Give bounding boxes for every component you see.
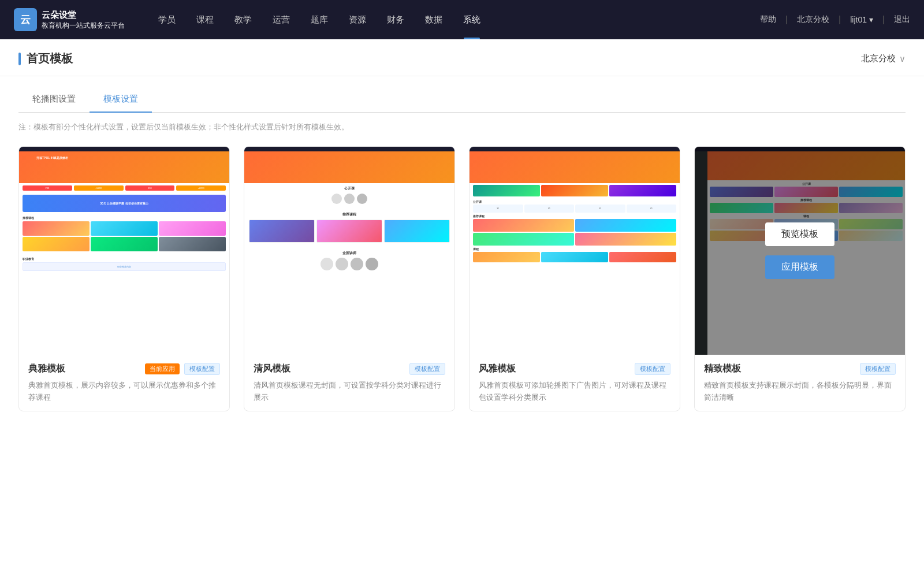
nav-item-teaching[interactable]: 教学 [224, 0, 262, 39]
branch-link[interactable]: 北京分校 [797, 14, 829, 25]
page-content: 首页模板 北京分校 ∨ 轮播图设置 模板设置 注：模板有部分个性化样式设置，设置… [0, 39, 924, 572]
preview-button-4[interactable]: 预览模板 [765, 222, 834, 246]
tab-carousel[interactable]: 轮播图设置 [18, 88, 90, 113]
tabs-container: 轮播图设置 模板设置 [0, 76, 924, 113]
template-preview-1: 托福TPO1-54真题及解析 ¥30 +¥200 ¥30 +¥200 30天 让… [19, 147, 229, 355]
note-text: 注：模板有部分个性化样式设置，设置后仅当前模板生效；非个性化样式设置后针对所有模… [0, 113, 924, 142]
page-header: 首页模板 北京分校 ∨ [0, 39, 924, 76]
nav-right: 帮助 | 北京分校 | lijt01 ▾ | 退出 [760, 14, 910, 25]
logo-sub: 教育机构一站式服务云平台 [42, 21, 125, 31]
tabs: 轮播图设置 模板设置 [18, 88, 906, 113]
nav-item-students[interactable]: 学员 [148, 0, 186, 39]
template-thumb-1[interactable]: 托福TPO1-54真题及解析 ¥30 +¥200 ¥30 +¥200 30天 让… [19, 147, 229, 355]
badge-config-4[interactable]: 模板配置 [860, 363, 896, 375]
logo-icon: 云 [14, 8, 37, 31]
page-title: 首页模板 [27, 51, 73, 66]
template-footer-4: 精致模板 模板配置 精致首页模板支持课程展示封面，各模板分隔明显，界面简洁清晰 [695, 355, 905, 411]
nav-item-data[interactable]: 数据 [415, 0, 453, 39]
template-card-1: 托福TPO1-54真题及解析 ¥30 +¥200 ¥30 +¥200 30天 让… [18, 146, 230, 411]
template-footer-1: 典雅模板 当前应用 模板配置 典雅首页模板，展示内容较多，可以展示优惠券和多个推… [19, 355, 229, 411]
template-name-4: 精致模板 [704, 363, 741, 375]
templates-grid: 托福TPO1-54真题及解析 ¥30 +¥200 ¥30 +¥200 30天 让… [0, 142, 924, 434]
template-desc-2: 清风首页模板课程无封面，可设置按学科分类对课程进行展示 [254, 380, 445, 404]
badge-config-1[interactable]: 模板配置 [184, 363, 220, 375]
nav-item-courses[interactable]: 课程 [186, 0, 224, 39]
template-name-2: 清风模板 [254, 363, 290, 375]
badge-config-2[interactable]: 模板配置 [409, 363, 445, 375]
user-menu[interactable]: lijt01 ▾ [850, 15, 873, 24]
template-card-2: 公开课 推荐课程 [244, 146, 455, 411]
template-name-row-3: 风雅模板 模板配置 [479, 363, 670, 375]
template-name-1: 典雅模板 [28, 363, 65, 375]
branch-selector[interactable]: 北京分校 ∨ [861, 53, 906, 64]
branch-name: 北京分校 [861, 53, 896, 64]
chevron-down-icon: ∨ [899, 54, 906, 64]
logo-main: 云朵设堂 [42, 9, 125, 21]
template-thumb-3[interactable]: 公开课 ¥0 ¥0 ¥0 ¥0 推荐课程 [470, 147, 680, 355]
template-footer-2: 清风模板 模板配置 清风首页模板课程无封面，可设置按学科分类对课程进行展示 [244, 355, 454, 411]
nav-item-questions[interactable]: 题库 [300, 0, 338, 39]
template-overlay-4: 预览模板 应用模板 [695, 147, 905, 355]
template-card-3: 公开课 ¥0 ¥0 ¥0 ¥0 推荐课程 [469, 146, 680, 411]
template-thumb-4[interactable]: 公开课 推荐课程 [695, 147, 905, 355]
template-name-row-4: 精致模板 模板配置 [704, 363, 896, 375]
logo: 云 云朵设堂 教育机构一站式服务云平台 [14, 8, 125, 31]
template-desc-3: 风雅首页模板可添加轮播图下广告图片，可对课程及课程包设置学科分类展示 [479, 380, 670, 404]
template-name-3: 风雅模板 [479, 363, 516, 375]
template-desc-1: 典雅首页模板，展示内容较多，可以展示优惠券和多个推荐课程 [28, 380, 220, 404]
logo-text: 云朵设堂 教育机构一站式服务云平台 [42, 9, 125, 31]
template-badges-1: 当前应用 模板配置 [145, 363, 220, 375]
template-badges-4: 模板配置 [860, 363, 896, 375]
template-desc-4: 精致首页模板支持课程展示封面，各模板分隔明显，界面简洁清晰 [704, 380, 896, 404]
template-badges-2: 模板配置 [409, 363, 445, 375]
nav-item-operations[interactable]: 运营 [262, 0, 300, 39]
badge-config-3[interactable]: 模板配置 [635, 363, 670, 375]
template-badges-3: 模板配置 [635, 363, 670, 375]
template-name-row-1: 典雅模板 当前应用 模板配置 [28, 363, 220, 375]
page-title-wrap: 首页模板 [18, 51, 73, 66]
title-bar-accent [18, 53, 21, 65]
template-preview-2: 公开课 推荐课程 [244, 147, 454, 355]
template-footer-3: 风雅模板 模板配置 风雅首页模板可添加轮播图下广告图片，可对课程及课程包设置学科… [470, 355, 680, 411]
tab-template[interactable]: 模板设置 [90, 88, 152, 113]
navbar: 云 云朵设堂 教育机构一站式服务云平台 学员 课程 教学 运营 题库 资源 财务… [0, 0, 924, 39]
template-thumb-2[interactable]: 公开课 推荐课程 [244, 147, 454, 355]
badge-current-1: 当前应用 [145, 363, 180, 374]
logout-button[interactable]: 退出 [894, 14, 910, 25]
nav-menu: 学员 课程 教学 运营 题库 资源 财务 数据 系统 [148, 0, 760, 39]
template-card-4: 公开课 推荐课程 [694, 146, 906, 411]
template-preview-3: 公开课 ¥0 ¥0 ¥0 ¥0 推荐课程 [470, 147, 680, 355]
nav-item-system[interactable]: 系统 [453, 0, 491, 39]
template-name-row-2: 清风模板 模板配置 [254, 363, 445, 375]
nav-item-resources[interactable]: 资源 [338, 0, 377, 39]
help-link[interactable]: 帮助 [760, 14, 776, 25]
nav-item-finance[interactable]: 财务 [377, 0, 415, 39]
apply-button-4[interactable]: 应用模板 [765, 255, 834, 279]
